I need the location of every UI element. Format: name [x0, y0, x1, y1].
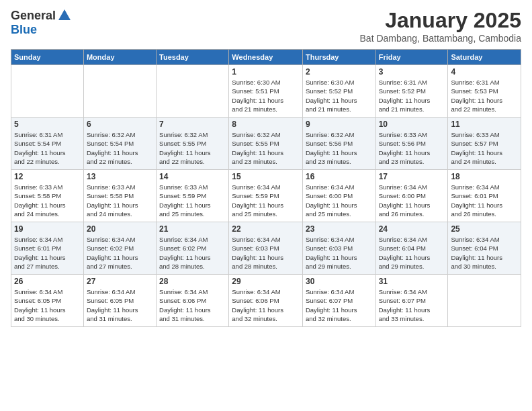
day-number: 6: [87, 120, 153, 129]
calendar-cell: [11, 65, 84, 118]
calendar-week-row: 5Sunrise: 6:31 AM Sunset: 5:54 PM Daylig…: [11, 118, 521, 170]
calendar-cell: 29Sunrise: 6:34 AM Sunset: 6:06 PM Dayli…: [229, 275, 303, 327]
day-info: Sunrise: 6:32 AM Sunset: 5:54 PM Dayligh…: [87, 130, 153, 166]
calendar-cell: [448, 275, 521, 327]
day-info: Sunrise: 6:31 AM Sunset: 5:52 PM Dayligh…: [379, 78, 445, 113]
weekday-header: Monday: [83, 50, 156, 65]
weekday-header-row: SundayMondayTuesdayWednesdayThursdayFrid…: [11, 50, 521, 65]
calendar-cell: 25Sunrise: 6:34 AM Sunset: 6:04 PM Dayli…: [448, 222, 521, 275]
calendar-cell: 20Sunrise: 6:34 AM Sunset: 6:02 PM Dayli…: [83, 222, 156, 275]
weekday-header: Saturday: [448, 50, 521, 65]
logo-icon: [57, 8, 72, 23]
calendar-week-row: 12Sunrise: 6:33 AM Sunset: 5:58 PM Dayli…: [11, 170, 521, 222]
calendar-cell: 22Sunrise: 6:34 AM Sunset: 6:03 PM Dayli…: [229, 222, 303, 275]
day-number: 23: [306, 224, 373, 234]
day-number: 24: [379, 224, 445, 234]
day-info: Sunrise: 6:34 AM Sunset: 6:02 PM Dayligh…: [159, 235, 226, 271]
calendar-cell: 30Sunrise: 6:34 AM Sunset: 6:07 PM Dayli…: [302, 275, 375, 327]
day-info: Sunrise: 6:34 AM Sunset: 6:05 PM Dayligh…: [87, 287, 153, 323]
calendar-cell: 1Sunrise: 6:30 AM Sunset: 5:51 PM Daylig…: [229, 65, 303, 118]
day-number: 14: [159, 172, 226, 181]
calendar-cell: 31Sunrise: 6:34 AM Sunset: 6:07 PM Dayli…: [375, 275, 448, 327]
day-number: 28: [159, 277, 226, 286]
day-number: 8: [232, 120, 300, 129]
day-info: Sunrise: 6:34 AM Sunset: 6:05 PM Dayligh…: [14, 287, 81, 323]
day-info: Sunrise: 6:34 AM Sunset: 6:00 PM Dayligh…: [379, 183, 445, 218]
calendar-cell: 8Sunrise: 6:32 AM Sunset: 5:55 PM Daylig…: [229, 118, 303, 170]
calendar-cell: 16Sunrise: 6:34 AM Sunset: 6:00 PM Dayli…: [302, 170, 375, 222]
day-info: Sunrise: 6:31 AM Sunset: 5:53 PM Dayligh…: [451, 78, 518, 113]
day-number: 31: [379, 277, 445, 286]
calendar-cell: 14Sunrise: 6:33 AM Sunset: 5:59 PM Dayli…: [157, 170, 229, 222]
day-info: Sunrise: 6:34 AM Sunset: 5:59 PM Dayligh…: [232, 183, 300, 218]
calendar-week-row: 26Sunrise: 6:34 AM Sunset: 6:05 PM Dayli…: [11, 275, 521, 327]
day-number: 3: [379, 67, 445, 77]
day-number: 13: [87, 172, 153, 181]
title-block: January 2025 Bat Dambang, Battambang, Ca…: [360, 8, 521, 44]
calendar-cell: 23Sunrise: 6:34 AM Sunset: 6:03 PM Dayli…: [302, 222, 375, 275]
calendar-cell: 5Sunrise: 6:31 AM Sunset: 5:54 PM Daylig…: [11, 118, 84, 170]
day-info: Sunrise: 6:33 AM Sunset: 5:56 PM Dayligh…: [379, 130, 445, 166]
day-info: Sunrise: 6:33 AM Sunset: 5:58 PM Dayligh…: [14, 183, 81, 218]
calendar-cell: 21Sunrise: 6:34 AM Sunset: 6:02 PM Dayli…: [157, 222, 229, 275]
calendar-cell: 10Sunrise: 6:33 AM Sunset: 5:56 PM Dayli…: [375, 118, 448, 170]
day-info: Sunrise: 6:34 AM Sunset: 6:06 PM Dayligh…: [159, 287, 226, 323]
day-number: 27: [87, 277, 153, 286]
day-info: Sunrise: 6:34 AM Sunset: 6:01 PM Dayligh…: [451, 183, 518, 218]
calendar-week-row: 19Sunrise: 6:34 AM Sunset: 6:01 PM Dayli…: [11, 222, 521, 275]
day-info: Sunrise: 6:34 AM Sunset: 6:04 PM Dayligh…: [379, 235, 445, 271]
day-number: 1: [232, 67, 300, 77]
day-info: Sunrise: 6:34 AM Sunset: 6:07 PM Dayligh…: [306, 287, 373, 323]
logo-general-text: General: [11, 9, 56, 23]
day-info: Sunrise: 6:30 AM Sunset: 5:51 PM Dayligh…: [232, 78, 300, 113]
calendar-cell: [157, 65, 229, 118]
calendar-cell: [83, 65, 156, 118]
day-number: 12: [14, 172, 81, 181]
day-number: 21: [159, 224, 226, 234]
calendar-cell: 13Sunrise: 6:33 AM Sunset: 5:58 PM Dayli…: [83, 170, 156, 222]
logo: General Blue: [11, 8, 72, 37]
calendar-cell: 6Sunrise: 6:32 AM Sunset: 5:54 PM Daylig…: [83, 118, 156, 170]
day-info: Sunrise: 6:32 AM Sunset: 5:55 PM Dayligh…: [232, 130, 300, 166]
calendar-week-row: 1Sunrise: 6:30 AM Sunset: 5:51 PM Daylig…: [11, 65, 521, 118]
day-info: Sunrise: 6:34 AM Sunset: 6:00 PM Dayligh…: [306, 183, 373, 218]
day-info: Sunrise: 6:33 AM Sunset: 5:58 PM Dayligh…: [87, 183, 153, 218]
calendar-cell: 12Sunrise: 6:33 AM Sunset: 5:58 PM Dayli…: [11, 170, 84, 222]
day-info: Sunrise: 6:32 AM Sunset: 5:55 PM Dayligh…: [159, 130, 226, 166]
day-info: Sunrise: 6:33 AM Sunset: 5:59 PM Dayligh…: [159, 183, 226, 218]
day-info: Sunrise: 6:34 AM Sunset: 6:03 PM Dayligh…: [306, 235, 373, 271]
day-number: 19: [14, 224, 81, 234]
calendar-cell: 9Sunrise: 6:32 AM Sunset: 5:56 PM Daylig…: [302, 118, 375, 170]
page-header: General Blue January 2025 Bat Dambang, B…: [11, 8, 521, 44]
weekday-header: Sunday: [11, 50, 84, 65]
day-number: 5: [14, 120, 81, 129]
calendar-cell: 17Sunrise: 6:34 AM Sunset: 6:00 PM Dayli…: [375, 170, 448, 222]
calendar-cell: 11Sunrise: 6:33 AM Sunset: 5:57 PM Dayli…: [448, 118, 521, 170]
weekday-header: Thursday: [302, 50, 375, 65]
day-info: Sunrise: 6:34 AM Sunset: 6:07 PM Dayligh…: [379, 287, 445, 323]
weekday-header: Tuesday: [157, 50, 229, 65]
day-number: 25: [451, 224, 518, 234]
calendar-cell: 26Sunrise: 6:34 AM Sunset: 6:05 PM Dayli…: [11, 275, 84, 327]
calendar-cell: 4Sunrise: 6:31 AM Sunset: 5:53 PM Daylig…: [448, 65, 521, 118]
day-number: 4: [451, 67, 518, 77]
calendar-cell: 7Sunrise: 6:32 AM Sunset: 5:55 PM Daylig…: [157, 118, 229, 170]
day-number: 9: [306, 120, 373, 129]
weekday-header: Wednesday: [229, 50, 303, 65]
calendar-table: SundayMondayTuesdayWednesdayThursdayFrid…: [11, 49, 521, 327]
calendar-cell: 18Sunrise: 6:34 AM Sunset: 6:01 PM Dayli…: [448, 170, 521, 222]
day-info: Sunrise: 6:31 AM Sunset: 5:54 PM Dayligh…: [14, 130, 81, 166]
calendar-cell: 27Sunrise: 6:34 AM Sunset: 6:05 PM Dayli…: [83, 275, 156, 327]
logo-blue-text: Blue: [11, 23, 37, 37]
day-number: 7: [159, 120, 226, 129]
day-info: Sunrise: 6:33 AM Sunset: 5:57 PM Dayligh…: [451, 130, 518, 166]
day-info: Sunrise: 6:34 AM Sunset: 6:04 PM Dayligh…: [451, 235, 518, 271]
day-number: 29: [232, 277, 300, 286]
calendar-cell: 2Sunrise: 6:30 AM Sunset: 5:52 PM Daylig…: [302, 65, 375, 118]
day-number: 16: [306, 172, 373, 181]
day-number: 22: [232, 224, 300, 234]
day-number: 20: [87, 224, 153, 234]
calendar-cell: 24Sunrise: 6:34 AM Sunset: 6:04 PM Dayli…: [375, 222, 448, 275]
svg-marker-0: [58, 9, 71, 20]
calendar-cell: 3Sunrise: 6:31 AM Sunset: 5:52 PM Daylig…: [375, 65, 448, 118]
